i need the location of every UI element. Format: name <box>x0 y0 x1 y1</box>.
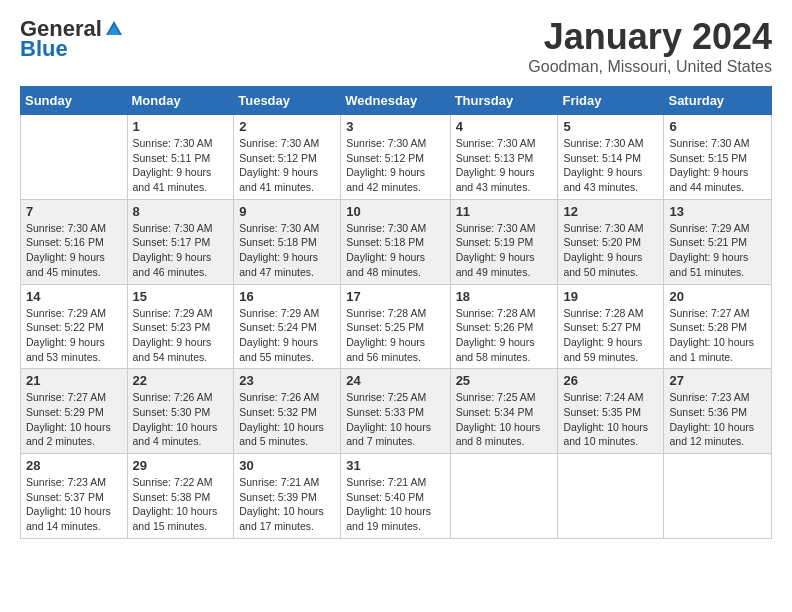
calendar-cell: 16 Sunrise: 7:29 AMSunset: 5:24 PMDaylig… <box>234 284 341 369</box>
calendar-cell: 31 Sunrise: 7:21 AMSunset: 5:40 PMDaylig… <box>341 454 450 539</box>
calendar-cell: 6 Sunrise: 7:30 AMSunset: 5:15 PMDayligh… <box>664 115 772 200</box>
day-number: 29 <box>133 458 229 473</box>
calendar-cell: 9 Sunrise: 7:30 AMSunset: 5:18 PMDayligh… <box>234 199 341 284</box>
day-info: Sunrise: 7:30 AMSunset: 5:17 PMDaylight:… <box>133 221 229 280</box>
day-number: 6 <box>669 119 766 134</box>
calendar-cell: 7 Sunrise: 7:30 AMSunset: 5:16 PMDayligh… <box>21 199 128 284</box>
day-info: Sunrise: 7:22 AMSunset: 5:38 PMDaylight:… <box>133 475 229 534</box>
day-info: Sunrise: 7:29 AMSunset: 5:23 PMDaylight:… <box>133 306 229 365</box>
day-info: Sunrise: 7:30 AMSunset: 5:12 PMDaylight:… <box>239 136 335 195</box>
calendar-week-5: 28 Sunrise: 7:23 AMSunset: 5:37 PMDaylig… <box>21 454 772 539</box>
calendar-cell: 28 Sunrise: 7:23 AMSunset: 5:37 PMDaylig… <box>21 454 128 539</box>
calendar-cell: 22 Sunrise: 7:26 AMSunset: 5:30 PMDaylig… <box>127 369 234 454</box>
day-info: Sunrise: 7:26 AMSunset: 5:30 PMDaylight:… <box>133 390 229 449</box>
day-info: Sunrise: 7:30 AMSunset: 5:12 PMDaylight:… <box>346 136 444 195</box>
weekday-header-friday: Friday <box>558 87 664 115</box>
calendar-cell: 17 Sunrise: 7:28 AMSunset: 5:25 PMDaylig… <box>341 284 450 369</box>
calendar-week-4: 21 Sunrise: 7:27 AMSunset: 5:29 PMDaylig… <box>21 369 772 454</box>
day-number: 20 <box>669 289 766 304</box>
calendar-cell: 18 Sunrise: 7:28 AMSunset: 5:26 PMDaylig… <box>450 284 558 369</box>
day-number: 7 <box>26 204 122 219</box>
calendar-week-2: 7 Sunrise: 7:30 AMSunset: 5:16 PMDayligh… <box>21 199 772 284</box>
calendar-cell: 20 Sunrise: 7:27 AMSunset: 5:28 PMDaylig… <box>664 284 772 369</box>
calendar-cell: 29 Sunrise: 7:22 AMSunset: 5:38 PMDaylig… <box>127 454 234 539</box>
day-number: 4 <box>456 119 553 134</box>
calendar-cell: 11 Sunrise: 7:30 AMSunset: 5:19 PMDaylig… <box>450 199 558 284</box>
title-area: January 2024 Goodman, Missouri, United S… <box>528 16 772 76</box>
day-number: 9 <box>239 204 335 219</box>
calendar-cell: 23 Sunrise: 7:26 AMSunset: 5:32 PMDaylig… <box>234 369 341 454</box>
day-info: Sunrise: 7:30 AMSunset: 5:20 PMDaylight:… <box>563 221 658 280</box>
calendar-cell: 3 Sunrise: 7:30 AMSunset: 5:12 PMDayligh… <box>341 115 450 200</box>
calendar-cell: 13 Sunrise: 7:29 AMSunset: 5:21 PMDaylig… <box>664 199 772 284</box>
day-number: 23 <box>239 373 335 388</box>
day-number: 28 <box>26 458 122 473</box>
day-info: Sunrise: 7:26 AMSunset: 5:32 PMDaylight:… <box>239 390 335 449</box>
day-number: 25 <box>456 373 553 388</box>
calendar-table: SundayMondayTuesdayWednesdayThursdayFrid… <box>20 86 772 539</box>
day-info: Sunrise: 7:28 AMSunset: 5:25 PMDaylight:… <box>346 306 444 365</box>
day-number: 16 <box>239 289 335 304</box>
weekday-header-sunday: Sunday <box>21 87 128 115</box>
weekday-header-tuesday: Tuesday <box>234 87 341 115</box>
day-info: Sunrise: 7:21 AMSunset: 5:40 PMDaylight:… <box>346 475 444 534</box>
day-number: 13 <box>669 204 766 219</box>
weekday-header-saturday: Saturday <box>664 87 772 115</box>
day-info: Sunrise: 7:28 AMSunset: 5:27 PMDaylight:… <box>563 306 658 365</box>
day-number: 30 <box>239 458 335 473</box>
day-number: 26 <box>563 373 658 388</box>
calendar-week-3: 14 Sunrise: 7:29 AMSunset: 5:22 PMDaylig… <box>21 284 772 369</box>
calendar-week-1: 1 Sunrise: 7:30 AMSunset: 5:11 PMDayligh… <box>21 115 772 200</box>
calendar-cell: 5 Sunrise: 7:30 AMSunset: 5:14 PMDayligh… <box>558 115 664 200</box>
day-info: Sunrise: 7:25 AMSunset: 5:33 PMDaylight:… <box>346 390 444 449</box>
day-number: 27 <box>669 373 766 388</box>
day-number: 24 <box>346 373 444 388</box>
day-info: Sunrise: 7:29 AMSunset: 5:22 PMDaylight:… <box>26 306 122 365</box>
day-number: 14 <box>26 289 122 304</box>
calendar-cell: 14 Sunrise: 7:29 AMSunset: 5:22 PMDaylig… <box>21 284 128 369</box>
day-info: Sunrise: 7:30 AMSunset: 5:18 PMDaylight:… <box>239 221 335 280</box>
day-info: Sunrise: 7:25 AMSunset: 5:34 PMDaylight:… <box>456 390 553 449</box>
day-info: Sunrise: 7:30 AMSunset: 5:13 PMDaylight:… <box>456 136 553 195</box>
weekday-header-row: SundayMondayTuesdayWednesdayThursdayFrid… <box>21 87 772 115</box>
day-info: Sunrise: 7:28 AMSunset: 5:26 PMDaylight:… <box>456 306 553 365</box>
logo-icon <box>104 19 124 39</box>
day-number: 5 <box>563 119 658 134</box>
day-number: 11 <box>456 204 553 219</box>
day-number: 10 <box>346 204 444 219</box>
day-number: 15 <box>133 289 229 304</box>
weekday-header-wednesday: Wednesday <box>341 87 450 115</box>
day-number: 17 <box>346 289 444 304</box>
day-number: 8 <box>133 204 229 219</box>
month-title: January 2024 <box>528 16 772 58</box>
day-info: Sunrise: 7:23 AMSunset: 5:37 PMDaylight:… <box>26 475 122 534</box>
day-info: Sunrise: 7:23 AMSunset: 5:36 PMDaylight:… <box>669 390 766 449</box>
day-info: Sunrise: 7:30 AMSunset: 5:19 PMDaylight:… <box>456 221 553 280</box>
calendar-cell: 8 Sunrise: 7:30 AMSunset: 5:17 PMDayligh… <box>127 199 234 284</box>
logo: General Blue <box>20 16 124 62</box>
calendar-cell <box>21 115 128 200</box>
calendar-cell: 1 Sunrise: 7:30 AMSunset: 5:11 PMDayligh… <box>127 115 234 200</box>
calendar-cell: 4 Sunrise: 7:30 AMSunset: 5:13 PMDayligh… <box>450 115 558 200</box>
header: General Blue January 2024 Goodman, Misso… <box>20 16 772 76</box>
day-number: 19 <box>563 289 658 304</box>
day-number: 22 <box>133 373 229 388</box>
location-title: Goodman, Missouri, United States <box>528 58 772 76</box>
calendar-cell: 21 Sunrise: 7:27 AMSunset: 5:29 PMDaylig… <box>21 369 128 454</box>
calendar-cell: 10 Sunrise: 7:30 AMSunset: 5:18 PMDaylig… <box>341 199 450 284</box>
calendar-cell: 24 Sunrise: 7:25 AMSunset: 5:33 PMDaylig… <box>341 369 450 454</box>
calendar-cell: 25 Sunrise: 7:25 AMSunset: 5:34 PMDaylig… <box>450 369 558 454</box>
day-number: 18 <box>456 289 553 304</box>
calendar-cell: 19 Sunrise: 7:28 AMSunset: 5:27 PMDaylig… <box>558 284 664 369</box>
day-number: 31 <box>346 458 444 473</box>
calendar-cell <box>450 454 558 539</box>
day-number: 21 <box>26 373 122 388</box>
calendar-cell: 15 Sunrise: 7:29 AMSunset: 5:23 PMDaylig… <box>127 284 234 369</box>
day-number: 2 <box>239 119 335 134</box>
day-info: Sunrise: 7:30 AMSunset: 5:14 PMDaylight:… <box>563 136 658 195</box>
day-info: Sunrise: 7:30 AMSunset: 5:18 PMDaylight:… <box>346 221 444 280</box>
calendar-cell: 30 Sunrise: 7:21 AMSunset: 5:39 PMDaylig… <box>234 454 341 539</box>
day-number: 12 <box>563 204 658 219</box>
calendar-body: 1 Sunrise: 7:30 AMSunset: 5:11 PMDayligh… <box>21 115 772 539</box>
day-info: Sunrise: 7:27 AMSunset: 5:28 PMDaylight:… <box>669 306 766 365</box>
